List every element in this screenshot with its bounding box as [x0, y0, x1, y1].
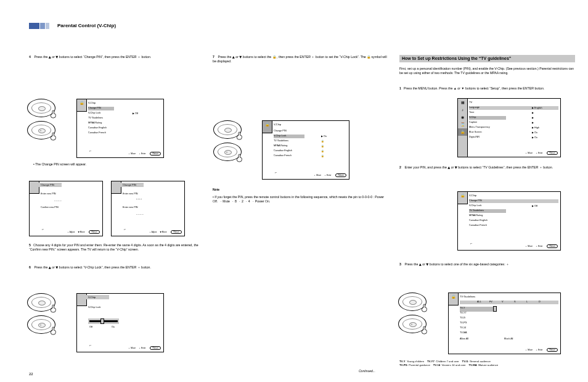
col1-step5: 5Choose any 4 digits for your PIN and en…: [29, 243, 198, 252]
remote-pad-2: ＋: [27, 293, 59, 338]
remote-pad-1: ＋: [27, 99, 59, 143]
continued: Continued...: [359, 369, 375, 373]
header-bars: [29, 23, 49, 29]
col1-screen4: 🔒 V-Chip Change PIN V-Chip Lock ▶ Off TV…: [76, 99, 164, 158]
col1-step4: 4 Press the ▲ or ▼ buttons to select “Ch…: [29, 55, 198, 59]
col3-intro: First, set up a personal identification …: [399, 67, 575, 75]
col1-note4: • The Change PIN screen will appear.: [33, 162, 194, 167]
col3-screen3: 🔒 TV Guidelines ALL FV V S L D TV-Y TV-Y…: [448, 293, 561, 354]
col1-screen6: 🔒 V-Chip V-Chip Lock Off On ↩ ＋ Move ＋ E…: [76, 293, 164, 352]
col3-step3: 3 Press the ▲ or ▼ buttons to select one…: [399, 262, 575, 267]
col2-step7: 7 Press the ▲ or ▼ buttons to select the…: [213, 55, 388, 64]
col3-screen1: ▦ ♪ ◉ ⌛ 🔒 TV Language▶ English Time▶ V-C…: [457, 98, 561, 157]
col1-screen5b: 🔒 Change PIN Enter new PIN * * * * Enter…: [111, 181, 185, 236]
col2-note-hd: Note: [213, 188, 219, 191]
col3-screen2: 🔒 V-Chip Change PIN V-Chip Lock▶ Off TV …: [457, 191, 561, 251]
col3-step1: 1Press the MENU button. Press the ▲ or ▼…: [399, 86, 575, 91]
col1-screen5a: 🔒 Change PIN Enter new PIN _ _ _ _ Confi…: [29, 181, 103, 236]
col2-note: • If you forget the PIN, press the remot…: [213, 195, 388, 204]
remote-pad-4: ＋: [398, 293, 430, 337]
remote-pad-3: ＋: [213, 120, 245, 165]
section-title: Parental Control (V-Chip): [57, 23, 116, 28]
col3-heading: How to Set up Restrictions Using the “TV…: [399, 55, 575, 62]
col2-screen7: 🔒 V-Chip Change PIN V-Chip Lock ▶ On TV …: [262, 120, 349, 180]
col3-step2: 2 Enter your PIN, and press the ▲ or ▼ b…: [399, 165, 575, 170]
col1-step6: 6 Press the ▲ or ▼ buttons to select “V-…: [29, 265, 198, 270]
col3-cats: TV-Y Young children TV-Y7 Children 7 and…: [399, 360, 575, 367]
page-number: 22: [29, 372, 33, 376]
